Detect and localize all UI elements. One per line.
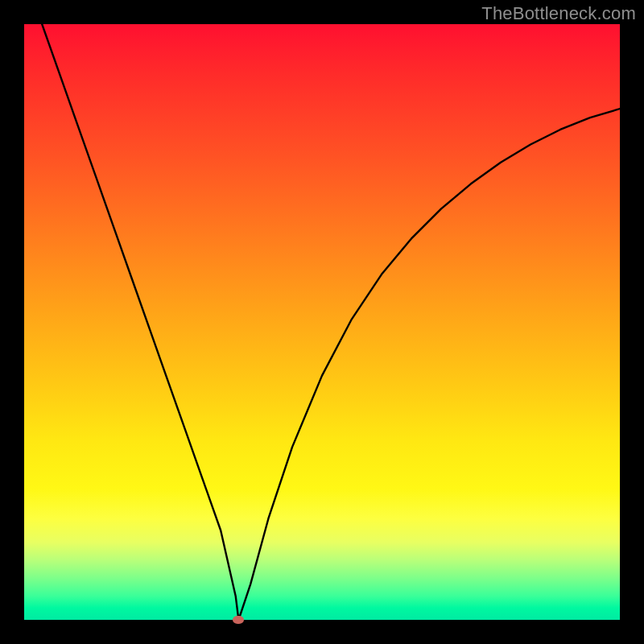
chart-frame: TheBottleneck.com <box>0 0 644 644</box>
watermark-text: TheBottleneck.com <box>481 3 636 24</box>
bottleneck-curve <box>24 24 620 620</box>
plot-area <box>24 24 620 620</box>
optimal-point-marker <box>233 616 244 624</box>
